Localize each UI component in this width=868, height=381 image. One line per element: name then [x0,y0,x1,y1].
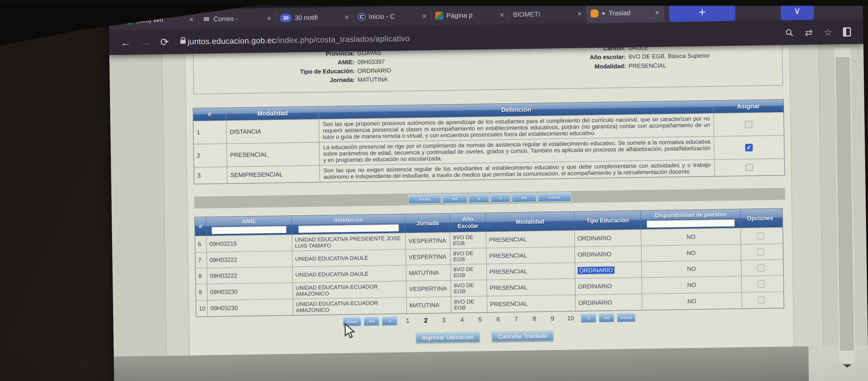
col-tipo-educacion: Tipo Educación [574,211,641,230]
modalidad-name: SEMIPRESENCIAL [227,166,320,183]
disponibilidad-filter-input[interactable] [647,219,735,228]
page-scrollbar-track[interactable] [834,48,855,363]
asignar-checkbox[interactable]: ✓ [745,144,753,152]
page-number[interactable]: 8 [526,315,542,322]
last-page-button[interactable]: »»»» [538,192,571,202]
forward-button[interactable]: → [135,36,155,48]
row-num: 7 [195,252,207,268]
prev-page-button[interactable]: « [382,316,398,326]
close-tab-icon[interactable]: × [421,12,427,20]
notification-badge-icon: 30 [280,14,292,22]
modalidades-table: # Modalidad Definición Asignar 1 DISTANC… [193,99,785,184]
url-domain: juntos.educacion.gob.ec [188,36,276,46]
close-tab-icon[interactable]: × [499,10,505,19]
tab-title: Inicio - C [369,12,418,21]
mouse-cursor [343,323,356,339]
jornada: VESPERTINA [406,281,451,297]
opciones-checkbox[interactable] [757,280,765,288]
institutions-table: # AMIE Institución Jornada Año Escolar M… [194,208,784,317]
modalidad-name: PRESENCIAL [227,142,320,166]
page-number[interactable]: 5 [472,316,488,323]
row-num: 9 [196,284,208,300]
share-icon[interactable]: ⇄ [805,27,813,38]
prev-page-button[interactable]: « [468,194,489,203]
tipo-educacion-selected: ORDINARIO [578,266,614,274]
col-institucion-label: Institución [334,216,363,224]
col-asignar: Asignar [714,100,783,113]
tipo-educacion: ORDINARIO [578,251,611,258]
disponibilidad: NO [642,276,742,294]
jornada-label: Jornada: [200,76,355,86]
amie-code: 09H03230 [207,283,293,300]
close-tab-icon[interactable]: × [577,9,583,18]
asignar-checkbox[interactable] [745,164,753,171]
anio-escolar: 8VO DE EGB [451,280,487,296]
opciones-checkbox[interactable] [756,248,764,256]
scroll-down-arrow-icon[interactable] [843,364,852,368]
back-button[interactable]: ← [116,37,135,49]
col-modalidad: Modalidad [226,106,319,120]
disponibilidad: NO [642,260,742,277]
page-number[interactable]: 9 [545,315,560,322]
modalidad-name: DISTANCIA [226,119,319,143]
page-scrollbar-thumb[interactable] [836,57,854,351]
opciones-checkbox[interactable] [757,296,765,304]
tab-biometi[interactable]: BIOMETI × [509,3,587,25]
next-page-button[interactable]: » [491,193,510,203]
page-number[interactable]: 4 [454,316,470,323]
ingresar-ubicacion-button[interactable]: Ingresar Ubicación [416,332,479,343]
page-number[interactable]: 3 [436,317,452,324]
close-tab-icon[interactable]: × [188,15,194,24]
reload-button[interactable]: ⟳ [155,36,174,48]
asignar-checkbox[interactable] [745,121,752,128]
amie-value: 09H03397 [357,58,385,66]
row-num: 2 [194,144,227,167]
page-number[interactable]: 10 [563,315,579,322]
search-icon[interactable] [785,28,794,37]
side-panel-icon[interactable] [843,27,851,37]
fast-next-button[interactable]: »» [599,313,615,323]
anio-escolar: 8VO DE EGB [451,264,487,280]
institution-name: UNIDAD EDUCATIVA ECUADOR AMAZONICO [293,298,407,315]
amie-code: 09H03222 [207,251,292,268]
https-lock-icon[interactable] [180,40,185,44]
tab-title: Página p [446,11,496,19]
page-number[interactable]: 6 [490,316,506,323]
bookmark-star-icon[interactable]: ☆ [824,27,832,38]
page-number[interactable]: 7 [508,316,524,323]
jornada: VESPERTINA [406,233,451,249]
tab-pagina[interactable]: Página p × [431,5,509,26]
modalidad: PRESENCIAL [487,247,575,264]
institucion-filter-input[interactable] [298,224,399,233]
col-modalidad: Modalidad [486,212,575,231]
page-number-current[interactable]: 2 [418,317,434,324]
fast-prev-button[interactable]: «« [364,316,380,326]
tab-inicio[interactable]: C Inicio - C × [353,6,431,27]
cancelar-traslado-button[interactable]: Cancelar Traslado [492,331,553,342]
page-number[interactable]: 1 [400,317,416,324]
next-page-button[interactable]: » [581,313,597,323]
amie-label: AMIE: [200,59,354,68]
close-tab-icon[interactable]: × [344,13,350,21]
modalidad: PRESENCIAL [487,279,576,296]
action-buttons: Ingresar Ubicación Cancelar Traslado [416,331,553,343]
tipo-educacion-label: Tipo de Educación: [200,68,355,77]
opciones-checkbox[interactable] [757,264,765,272]
last-page-button[interactable]: »»»» [617,312,636,322]
fast-prev-button[interactable]: «« [442,194,467,203]
tab-notificaciones[interactable]: 30 30 notifi × [276,7,354,28]
modalidad-value: PRESENCIAL [628,62,666,70]
close-tab-icon[interactable]: × [654,8,660,17]
fast-next-button[interactable]: »» [512,193,536,202]
tipo-educacion-value: ORDINARIO [358,67,391,74]
tab-title: Traslad [609,9,651,17]
close-tab-icon[interactable]: × [266,14,272,23]
amie-filter-input[interactable] [212,226,287,234]
col-num: # [193,108,226,121]
first-page-button[interactable]: «««« [408,194,441,204]
tipo-educacion: ORDINARIO [577,234,611,242]
col-anio-escolar: Año Escolar [450,213,486,232]
top-bezel-shadow [0,0,868,6]
address-bar[interactable]: juntos.educacion.gob.ec/index.php/costa_… [188,34,410,46]
opciones-checkbox[interactable] [756,232,764,240]
